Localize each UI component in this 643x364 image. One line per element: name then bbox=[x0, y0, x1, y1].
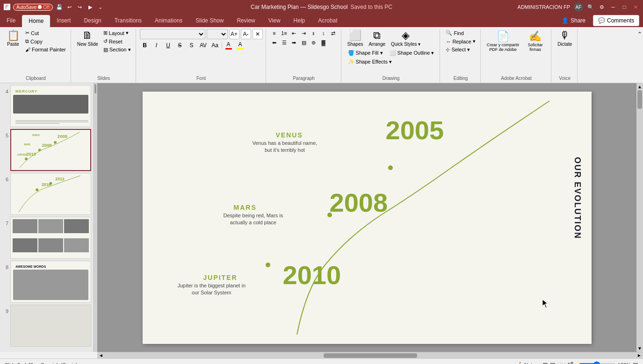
slide-thumb-9[interactable]: 9 bbox=[2, 305, 91, 347]
slide-thumb-7[interactable]: 7 bbox=[2, 217, 91, 259]
minimize-icon[interactable]: ─ bbox=[609, 3, 617, 11]
shadow-button[interactable]: S bbox=[187, 40, 197, 50]
scrollbar-thumb[interactable] bbox=[94, 84, 96, 93]
cut-button[interactable]: ✂ Cut bbox=[23, 29, 68, 37]
new-slide-button[interactable]: 🗎 New Slide bbox=[75, 29, 101, 48]
paste-button[interactable]: 📋 Paste bbox=[4, 29, 22, 48]
arrange-button[interactable]: ⧉ Arrange bbox=[366, 29, 388, 48]
line-spacing-button[interactable]: ↕ bbox=[319, 29, 328, 37]
shapes-button[interactable]: ⬜ Shapes bbox=[345, 29, 366, 48]
slide-canvas[interactable]: VENUS Venus has a beautiful name,but it'… bbox=[143, 92, 592, 344]
strikethrough-button[interactable]: S bbox=[175, 40, 185, 50]
increase-indent-button[interactable]: ⇥ bbox=[299, 29, 309, 37]
create-pdf-button[interactable]: 📄 Crear y compartirPDF de Adobe bbox=[484, 29, 522, 53]
search-titlebar-icon[interactable]: 🔍 bbox=[587, 3, 594, 11]
font-color-button[interactable]: A bbox=[224, 40, 234, 50]
autosave-toggle[interactable]: AutoSave Off bbox=[13, 4, 53, 11]
align-left-button[interactable]: ⬅ bbox=[270, 38, 279, 47]
section-button[interactable]: ▤ Section ▾ bbox=[101, 46, 133, 54]
char-spacing-button[interactable]: AV bbox=[198, 40, 209, 50]
h-scroll-thumb[interactable] bbox=[324, 353, 417, 358]
tab-home[interactable]: Home bbox=[22, 15, 50, 27]
tab-acrobat[interactable]: Acrobat bbox=[311, 14, 344, 27]
zoom-fit-icon[interactable]: ⊡ bbox=[633, 361, 638, 364]
slide-thumb-5[interactable]: 5 2005 2008 2010 VENUS MARS JUPITER bbox=[2, 129, 91, 171]
customize-icon[interactable]: ⌄ bbox=[97, 3, 104, 11]
italic-button[interactable]: I bbox=[152, 40, 162, 50]
slide-img-5[interactable]: 2005 2008 2010 VENUS MARS JUPITER bbox=[10, 129, 91, 171]
slide-thumb-6[interactable]: 6 2012 2016 bbox=[2, 173, 91, 215]
justify-button[interactable]: ▤ bbox=[299, 38, 309, 47]
quick-styles-button[interactable]: ◈ Quick Styles ▾ bbox=[389, 29, 423, 48]
dictate-button[interactable]: 🎙 Dictate bbox=[555, 29, 574, 48]
clear-formatting-button[interactable]: ✕ bbox=[253, 29, 263, 39]
slide-img-9[interactable] bbox=[10, 305, 91, 347]
copy-button[interactable]: ⧉ Copy bbox=[23, 37, 68, 45]
tab-slideshow[interactable]: Slide Show bbox=[189, 14, 230, 27]
save-icon[interactable]: 💾 bbox=[56, 3, 63, 11]
select-button[interactable]: ⊹ Select ▾ bbox=[444, 46, 477, 54]
tab-review[interactable]: Review bbox=[230, 14, 261, 27]
layout-button[interactable]: ⊞ Layout ▾ bbox=[101, 29, 133, 37]
request-signatures-button[interactable]: ✍ Solicitarfirmas bbox=[522, 29, 548, 53]
columns-button[interactable]: ⫾ bbox=[309, 29, 318, 37]
horizontal-scrollbar[interactable]: ◄ ► bbox=[97, 352, 643, 358]
notes-button[interactable]: 📝 Notes bbox=[515, 362, 538, 364]
scroll-up-button[interactable]: ▲ bbox=[637, 84, 642, 89]
tab-design[interactable]: Design bbox=[77, 14, 108, 27]
shape-outline-button[interactable]: ⬜ Shape Outline ▾ bbox=[387, 49, 437, 57]
font-name-select[interactable] bbox=[140, 29, 205, 39]
presenter-view-button[interactable]: 📽 bbox=[567, 361, 574, 364]
slide-panel-scrollbar[interactable] bbox=[94, 83, 97, 352]
present-icon[interactable]: ▶ bbox=[87, 3, 94, 11]
scroll-left-button[interactable]: ◄ bbox=[97, 353, 105, 358]
redo-icon[interactable]: ↪ bbox=[76, 3, 84, 11]
decrease-indent-button[interactable]: ⇤ bbox=[289, 29, 299, 37]
slide-img-7[interactable] bbox=[10, 217, 91, 259]
scroll-down-button[interactable]: ▼ bbox=[637, 346, 642, 351]
align-right-button[interactable]: ➡ bbox=[289, 38, 299, 47]
bold-button[interactable]: B bbox=[140, 40, 150, 50]
numbering-button[interactable]: 1≡ bbox=[280, 29, 289, 37]
scroll-right-button[interactable]: ► bbox=[636, 353, 643, 358]
restore-icon[interactable]: □ bbox=[621, 3, 628, 11]
find-button[interactable]: 🔍 Find bbox=[444, 29, 477, 37]
tab-animations[interactable]: Animations bbox=[148, 14, 189, 27]
settings-icon[interactable]: ⚙ bbox=[598, 3, 606, 11]
decrease-font-button[interactable]: A- bbox=[241, 29, 251, 39]
tab-view[interactable]: View bbox=[262, 14, 287, 27]
format-painter-button[interactable]: 🖌 Format Painter bbox=[23, 46, 68, 53]
slide-thumb-8[interactable]: 8 AWESOME WORDS bbox=[2, 261, 91, 303]
scroll-thumb[interactable] bbox=[637, 90, 642, 109]
close-icon[interactable]: ✕ bbox=[632, 3, 639, 11]
align-center-button[interactable]: ☰ bbox=[280, 38, 289, 47]
reset-button[interactable]: ↺ Reset bbox=[101, 37, 133, 45]
increase-font-button[interactable]: A+ bbox=[229, 29, 239, 39]
shape-fill-button[interactable]: 🪣 Shape Fill ▾ bbox=[345, 49, 386, 57]
change-case-button[interactable]: Aa bbox=[210, 40, 220, 50]
slide-sorter-button[interactable]: ⊟ bbox=[550, 361, 556, 364]
shape-effects-button[interactable]: ✨ Shape Effects ▾ bbox=[345, 58, 395, 66]
zoom-slider[interactable] bbox=[578, 361, 616, 364]
text-shadow-button[interactable]: ▓ bbox=[319, 38, 328, 47]
ribbon-collapse[interactable]: ⌃ bbox=[637, 29, 642, 83]
right-scrollbar[interactable]: ▲ ▼ bbox=[636, 83, 643, 352]
slide-img-6[interactable]: 2012 2016 bbox=[10, 173, 91, 215]
text-dir-button[interactable]: ⇄ bbox=[329, 29, 338, 37]
slide-img-4[interactable]: MERCURY bbox=[10, 85, 91, 127]
slide-img-8[interactable]: AWESOME WORDS bbox=[10, 261, 91, 303]
convert-smartart-button[interactable]: ⊚ bbox=[309, 38, 318, 47]
tab-transitions[interactable]: Transitions bbox=[108, 14, 148, 27]
tab-help[interactable]: Help bbox=[287, 14, 312, 27]
tab-insert[interactable]: Insert bbox=[50, 14, 77, 27]
underline-button[interactable]: U bbox=[163, 40, 173, 50]
normal-view-button[interactable]: ⊞ bbox=[542, 361, 548, 364]
font-size-select[interactable] bbox=[207, 29, 228, 39]
bullets-button[interactable]: ≡ bbox=[270, 29, 279, 37]
replace-button[interactable]: ↔ Replace ▾ bbox=[444, 37, 477, 45]
highlight-button[interactable]: A bbox=[235, 40, 246, 50]
comments-button[interactable]: 💬 Comments bbox=[593, 15, 639, 26]
share-button[interactable]: 👤 Share bbox=[557, 15, 590, 26]
slide-thumb-4[interactable]: 4 MERCURY bbox=[2, 85, 91, 127]
tab-file[interactable]: File bbox=[0, 14, 22, 27]
